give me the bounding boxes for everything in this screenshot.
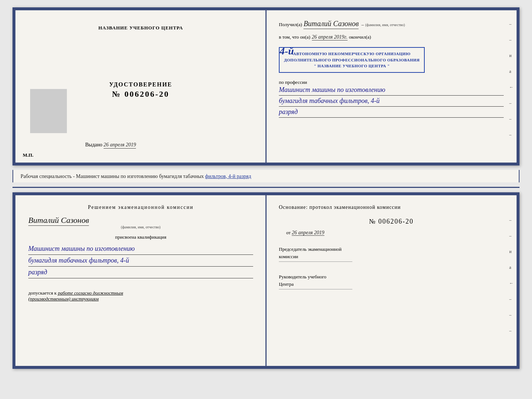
- decision-title: Решением экаменационной комиссии: [28, 204, 253, 210]
- allowed-text2: (производственным) инструкциям: [28, 296, 99, 302]
- person-name: Виталий Сазонов: [28, 215, 89, 226]
- assigned-label: присвоена квалификация: [28, 234, 253, 240]
- top-left-title: НАЗВАНИЕ УЧЕБНОГО ЦЕНТРА: [98, 25, 183, 31]
- stamp-text-line2: АВТОНОМНУЮ НЕКОММЕРЧЕСКУЮ ОРГАНИЗАЦИЮ: [284, 51, 420, 57]
- top-right-panel: Получил(а) Виталий Сазонов – (фамилия, и…: [266, 10, 517, 163]
- chair-block: Председатель экаменационной комиссии: [279, 246, 504, 263]
- stamp-text-line3: ДОПОЛНИТЕЛЬНОГО ПРОФЕССИОНАЛЬНОГО ОБРАЗО…: [284, 57, 420, 63]
- date-prefix: от: [286, 230, 291, 235]
- profession-section: по профессии Машинист машины по изготовл…: [279, 79, 504, 119]
- director-label: Руководитель учебного Центра: [279, 273, 504, 288]
- profession-line2: бумагидля табачных фильтров, 4-й: [279, 96, 504, 107]
- protocol-number: № 006206-20: [279, 218, 504, 225]
- date-value: 26 апреля 2019: [292, 230, 324, 236]
- middle-text-block: Рабочая специальность - Машинист машины …: [12, 170, 520, 182]
- photo-placeholder: [30, 89, 67, 133]
- stamp-rect: АВТОНОМНУЮ НЕКОММЕРЧЕСКУЮ ОРГАНИЗАЦИЮ ДО…: [279, 47, 425, 73]
- tom-date: 26 апреля 2019г.: [312, 34, 348, 40]
- chair-label: Председатель экаменационной комиссии: [279, 246, 504, 260]
- basis-title: Основание: протокол экаменационной комис…: [279, 204, 504, 210]
- specialty-underlined: фильтров, 4-й разряд: [205, 174, 251, 179]
- tom-line: в том, что он(а) 26 апреля 2019г. окончи…: [279, 34, 504, 40]
- allowed-text: работе согласно должностным: [58, 290, 123, 296]
- received-prefix: Получил(а): [279, 22, 302, 28]
- allowed-block: допускается к работе согласно должностны…: [28, 290, 253, 302]
- date-line: от 26 апреля 2019: [286, 230, 504, 236]
- top-right-dashes: – – и а ← – – –: [509, 21, 514, 138]
- top-left-panel: НАЗВАНИЕ УЧЕБНОГО ЦЕНТРА УДОСТОВЕРЕНИЕ №…: [15, 10, 266, 163]
- tom-suffix: окончил(а): [349, 34, 371, 40]
- horizontal-separator: [12, 187, 520, 188]
- issued-line: Выдано 26 апреля 2019: [85, 142, 136, 148]
- tom-prefix: в том, что он(а): [279, 34, 310, 40]
- stamp-text-line4: " НАЗВАНИЕ УЧЕБНОГО ЦЕНТРА ": [284, 63, 420, 69]
- director-block: Руководитель учебного Центра: [279, 273, 504, 291]
- qual-line1: Машинист машины по изготовлению: [28, 244, 253, 255]
- recipient-name: Виталий Сазонов: [303, 19, 359, 29]
- top-document: НАЗВАНИЕ УЧЕБНОГО ЦЕНТРА УДОСТОВЕРЕНИЕ №…: [12, 7, 520, 165]
- cert-label: УДОСТОВЕРЕНИЕ: [109, 81, 172, 88]
- name-block: Виталий Сазонов (фамилия, имя, отчество): [28, 215, 253, 229]
- profession-label: по профессии: [279, 79, 504, 85]
- issued-date: 26 апреля 2019: [104, 142, 136, 149]
- qualification-block: Машинист машины по изготовлению бумагидл…: [28, 244, 253, 279]
- cert-number: № 006206-20: [109, 89, 172, 99]
- issued-text: Выдано: [85, 142, 103, 147]
- profession-line1: Машинист машины по изготовлению: [279, 85, 504, 96]
- recipient-sub: (фамилия, имя, отчество): [365, 23, 405, 27]
- director-sig-line: [279, 289, 352, 289]
- qual-line2: бумагидля табачных фильтров, 4-й: [28, 256, 253, 267]
- specialty-text: Рабочая специальность - Машинист машины …: [21, 174, 251, 179]
- received-line: Получил(а) Виталий Сазонов – (фамилия, и…: [279, 19, 504, 29]
- bottom-document: Решением экаменационной комиссии Виталий…: [12, 192, 520, 369]
- bottom-right-panel: Основание: протокол экаменационной комис…: [266, 195, 517, 366]
- mp-label: М.П.: [23, 152, 33, 158]
- chair-sig-line: [279, 261, 352, 262]
- profession-line3: разряд: [279, 107, 504, 118]
- qual-line3: разряд: [28, 267, 253, 278]
- bottom-right-dashes: – – и а ← – – –: [509, 217, 514, 334]
- stamp-block: 4-й АВТОНОМНУЮ НЕКОММЕРЧЕСКУЮ ОРГАНИЗАЦИ…: [279, 47, 504, 73]
- bottom-left-panel: Решением экаменационной комиссии Виталий…: [15, 195, 266, 366]
- cert-block: УДОСТОВЕРЕНИЕ № 006206-20: [109, 81, 172, 99]
- allowed-prefix: допускается к: [28, 290, 57, 296]
